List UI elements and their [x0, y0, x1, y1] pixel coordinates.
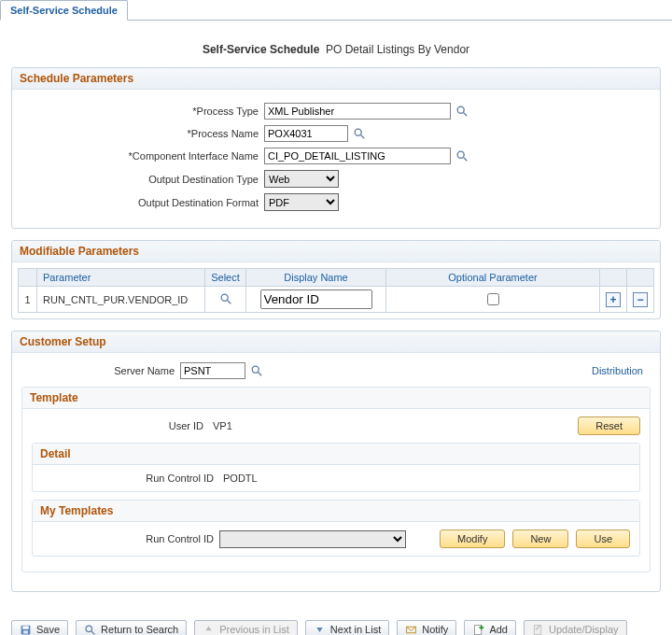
- svg-rect-16: [475, 625, 482, 634]
- add-icon: [472, 624, 484, 636]
- save-button[interactable]: Save: [11, 620, 68, 635]
- page-heading: Self-Service Schedule PO Detail Listings…: [11, 28, 661, 67]
- modify-button[interactable]: Modify: [440, 529, 505, 548]
- row-add-button[interactable]: +: [606, 292, 621, 307]
- label-mytpl-run-control: Run Control ID: [42, 533, 219, 544]
- svg-point-4: [457, 151, 464, 158]
- update-icon: [532, 624, 544, 636]
- svg-point-0: [457, 106, 464, 113]
- save-label: Save: [36, 624, 60, 635]
- group-title-detail: Detail: [33, 444, 639, 465]
- reset-button[interactable]: Reset: [578, 416, 640, 435]
- server-name-input[interactable]: [180, 362, 245, 379]
- add-label: Add: [489, 624, 508, 635]
- bottom-toolbar: Save Return to Search Previous in List N…: [0, 611, 672, 635]
- row-delete-button[interactable]: −: [633, 292, 648, 307]
- svg-line-14: [91, 631, 94, 634]
- notify-button[interactable]: Notify: [397, 620, 456, 635]
- update-display-button: Update/Display: [524, 620, 627, 635]
- group-title-mod-params: Modifiable Parameters: [12, 241, 660, 262]
- page-heading-value: PO Detail Listings By Vendor: [326, 43, 469, 56]
- svg-rect-12: [23, 630, 28, 633]
- row-select-lookup[interactable]: [218, 291, 233, 306]
- row-parameter: RUN_CNTL_PUR.VENDOR_ID: [37, 287, 205, 313]
- use-button[interactable]: Use: [576, 529, 630, 548]
- lookup-icon[interactable]: [249, 363, 264, 378]
- group-title-customer: Customer Setup: [12, 332, 660, 353]
- arrow-down-icon: [314, 624, 326, 636]
- lookup-icon[interactable]: [455, 104, 469, 119]
- next-label: Next in List: [330, 624, 381, 635]
- col-add: [600, 269, 627, 287]
- next-in-list-button[interactable]: Next in List: [305, 620, 389, 635]
- label-ci-name: *Component Interface Name: [21, 150, 264, 162]
- row-optional-checkbox[interactable]: [487, 293, 499, 305]
- svg-line-7: [227, 301, 231, 304]
- label-output-format: Output Destination Format: [21, 197, 264, 208]
- label-process-type: *Process Type: [21, 106, 264, 117]
- svg-line-9: [259, 373, 262, 376]
- svg-line-5: [464, 158, 468, 162]
- detail-run-control-value: PODTL: [219, 473, 258, 484]
- update-label: Update/Display: [549, 624, 619, 635]
- user-id-value: VP1: [209, 420, 232, 431]
- prev-label: Previous in List: [219, 624, 289, 635]
- svg-rect-11: [22, 626, 29, 628]
- lookup-icon[interactable]: [455, 148, 469, 163]
- group-template: Template User ID VP1 Reset Detail: [21, 387, 651, 572]
- label-output-type: Output Destination Type: [21, 174, 264, 185]
- svg-point-6: [221, 294, 228, 301]
- return-label: Return to Search: [101, 624, 178, 635]
- col-parameter[interactable]: Parameter: [37, 269, 205, 287]
- group-customer-setup: Customer Setup Server Name Distribution …: [11, 331, 661, 592]
- col-select[interactable]: Select: [205, 269, 246, 287]
- save-icon: [20, 624, 32, 636]
- lookup-icon[interactable]: [352, 126, 367, 141]
- row-num: 1: [19, 287, 37, 313]
- label-user-id: User ID: [32, 420, 209, 431]
- group-title-template: Template: [22, 388, 650, 409]
- arrow-up-icon: [203, 624, 215, 636]
- label-detail-run-control: Run Control ID: [42, 473, 219, 484]
- new-button[interactable]: New: [512, 529, 568, 548]
- col-delete: [627, 269, 654, 287]
- mytpl-run-control-select[interactable]: [219, 530, 406, 548]
- output-format-select[interactable]: PDF: [264, 193, 339, 211]
- group-schedule-parameters: Schedule Parameters *Process Type *Proce…: [11, 67, 661, 229]
- group-my-templates: My Templates Run Control ID: [32, 500, 640, 557]
- distribution-link[interactable]: Distribution: [592, 365, 643, 376]
- label-server-name: Server Name: [21, 365, 180, 376]
- notify-icon: [405, 624, 417, 636]
- previous-in-list-button: Previous in List: [194, 620, 298, 635]
- svg-point-2: [355, 129, 361, 135]
- row-display-name-input[interactable]: [260, 289, 372, 309]
- output-type-select[interactable]: Web: [264, 170, 339, 188]
- svg-line-3: [361, 135, 365, 139]
- table-row: 1 RUN_CNTL_PUR.VENDOR_ID: [19, 287, 654, 313]
- notify-label: Notify: [422, 624, 448, 635]
- search-icon: [84, 624, 96, 636]
- return-to-search-button[interactable]: Return to Search: [76, 620, 187, 635]
- svg-rect-19: [534, 625, 540, 634]
- process-name-input[interactable]: [264, 125, 348, 142]
- add-button[interactable]: Add: [464, 620, 516, 635]
- col-num: [19, 269, 37, 287]
- process-type-input[interactable]: [264, 103, 451, 120]
- mod-params-table: Parameter Select Display Name Optional P…: [18, 268, 654, 313]
- group-title-my-templates: My Templates: [33, 501, 639, 522]
- col-display-name[interactable]: Display Name: [246, 269, 386, 287]
- svg-point-8: [252, 366, 259, 373]
- group-detail: Detail Run Control ID PODTL: [32, 443, 640, 492]
- tab-self-service-schedule[interactable]: Self-Service Schedule: [0, 0, 128, 21]
- group-modifiable-parameters: Modifiable Parameters Parameter Select D…: [11, 240, 661, 319]
- group-title-schedule: Schedule Parameters: [12, 68, 660, 90]
- label-process-name: *Process Name: [21, 128, 264, 139]
- page-heading-label: Self-Service Schedule: [203, 43, 319, 56]
- ci-name-input[interactable]: [264, 148, 451, 164]
- svg-point-13: [86, 626, 92, 632]
- svg-line-1: [464, 113, 468, 117]
- col-optional[interactable]: Optional Parameter: [386, 269, 600, 287]
